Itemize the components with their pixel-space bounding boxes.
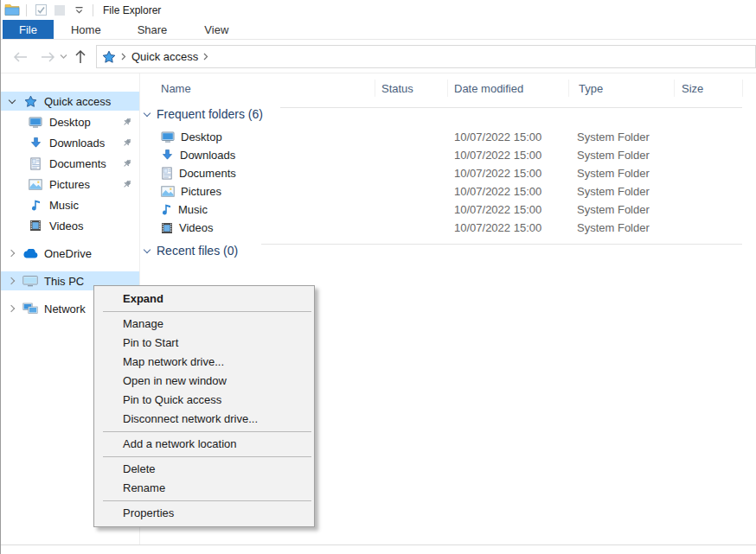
explorer-folder-icon bbox=[4, 3, 20, 18]
file-date-modified: 10/07/2022 15:00 bbox=[454, 146, 541, 164]
sidebar-item-label: Downloads bbox=[49, 137, 105, 150]
downloads-icon bbox=[27, 137, 44, 150]
file-name: Downloads bbox=[180, 149, 235, 162]
sidebar-item-music[interactable]: Music bbox=[1, 195, 139, 214]
menu-separator bbox=[103, 456, 311, 457]
address-bar[interactable]: Quick access bbox=[96, 45, 756, 68]
menu-item-pin-to-start[interactable]: Pin to Start bbox=[94, 334, 314, 353]
sidebar-item-videos[interactable]: Videos bbox=[1, 216, 139, 235]
quick-access-star-icon bbox=[102, 50, 116, 64]
column-divider[interactable] bbox=[375, 80, 375, 97]
this-pc-icon bbox=[22, 275, 39, 288]
file-row-pictures[interactable]: Pictures 10/07/2022 15:00 System Folder bbox=[140, 182, 756, 201]
file-row-documents[interactable]: Documents 10/07/2022 15:00 System Folder bbox=[140, 164, 756, 182]
desktop-icon bbox=[27, 116, 44, 129]
file-type: System Folder bbox=[577, 219, 650, 237]
column-divider[interactable] bbox=[742, 80, 743, 97]
sidebar-item-onedrive[interactable]: OneDrive bbox=[1, 244, 139, 263]
music-icon bbox=[27, 199, 44, 212]
recent-locations-dropdown-icon[interactable] bbox=[56, 40, 70, 73]
column-header-status[interactable]: Status bbox=[381, 76, 413, 100]
quick-access-star-icon bbox=[22, 95, 39, 108]
column-divider[interactable] bbox=[568, 80, 569, 97]
breadcrumb-chevron-icon[interactable] bbox=[121, 53, 126, 60]
menu-item-map-network-drive[interactable]: Map network drive... bbox=[94, 353, 314, 372]
column-header-date-modified[interactable]: Date modified bbox=[454, 76, 523, 100]
music-icon bbox=[161, 203, 172, 216]
tab-share[interactable]: Share bbox=[124, 20, 182, 39]
file-type: System Folder bbox=[577, 201, 650, 219]
file-row-videos[interactable]: Videos 10/07/2022 15:00 System Folder bbox=[140, 219, 756, 237]
sidebar-item-label: Documents bbox=[49, 157, 106, 170]
column-header-name[interactable]: Name bbox=[161, 76, 191, 100]
sidebar-item-label: Videos bbox=[49, 220, 84, 232]
column-divider[interactable] bbox=[447, 80, 448, 97]
pin-icon bbox=[122, 137, 132, 150]
menu-item-pin-to-quick-access[interactable]: Pin to Quick access bbox=[94, 391, 314, 410]
new-folder-icon[interactable] bbox=[52, 3, 67, 18]
file-type: System Folder bbox=[577, 146, 650, 164]
group-header-recent-files[interactable]: Recent files (0) bbox=[144, 244, 238, 258]
navigation-bar: Quick access bbox=[1, 40, 756, 73]
menu-separator bbox=[103, 311, 311, 312]
menu-item-delete[interactable]: Delete bbox=[94, 460, 314, 479]
menu-item-rename[interactable]: Rename bbox=[94, 479, 314, 498]
customize-qat-dropdown-icon[interactable] bbox=[71, 3, 86, 18]
network-icon bbox=[22, 302, 39, 315]
menu-item-expand[interactable]: Expand bbox=[94, 290, 314, 309]
column-header-size[interactable]: Size bbox=[682, 76, 703, 100]
sidebar-item-downloads[interactable]: Downloads bbox=[1, 133, 139, 152]
sidebar-item-label: Music bbox=[49, 199, 79, 212]
breadcrumb-segment[interactable]: Quick access bbox=[131, 50, 198, 63]
title-bar: File Explorer bbox=[1, 0, 756, 20]
file-row-music[interactable]: Music 10/07/2022 15:00 System Folder bbox=[140, 201, 756, 219]
chevron-right-icon[interactable] bbox=[8, 277, 15, 284]
up-button[interactable] bbox=[70, 40, 91, 73]
onedrive-icon bbox=[22, 249, 39, 258]
file-explorer-window: File Explorer File Home Share View Quic bbox=[0, 0, 756, 554]
menu-item-open-in-new-window[interactable]: Open in new window bbox=[94, 372, 314, 391]
file-date-modified: 10/07/2022 15:00 bbox=[454, 128, 541, 146]
menu-item-properties[interactable]: Properties bbox=[94, 504, 314, 523]
sidebar-item-label: OneDrive bbox=[44, 247, 92, 260]
column-header-type[interactable]: Type bbox=[579, 76, 603, 100]
videos-icon bbox=[27, 220, 44, 232]
pictures-icon bbox=[27, 179, 44, 190]
sidebar-item-pictures[interactable]: Pictures bbox=[1, 175, 139, 194]
forward-button[interactable] bbox=[37, 40, 58, 73]
divider bbox=[93, 4, 93, 16]
menu-item-disconnect-network-drive[interactable]: Disconnect network drive... bbox=[94, 410, 314, 429]
chevron-down-icon[interactable] bbox=[9, 96, 16, 103]
chevron-right-icon[interactable] bbox=[8, 305, 15, 312]
sidebar-item-label: Network bbox=[44, 302, 86, 315]
documents-icon bbox=[161, 167, 173, 180]
file-name: Pictures bbox=[181, 185, 221, 198]
file-date-modified: 10/07/2022 15:00 bbox=[454, 219, 541, 237]
group-header-frequent-folders[interactable]: Frequent folders (6) bbox=[144, 107, 263, 121]
breadcrumb-chevron-icon[interactable] bbox=[203, 53, 208, 60]
chevron-right-icon[interactable] bbox=[8, 250, 15, 257]
chevron-down-icon[interactable] bbox=[144, 245, 151, 252]
pin-icon bbox=[122, 117, 132, 130]
sidebar-item-quick-access[interactable]: Quick access bbox=[1, 92, 139, 111]
status-bar-edge bbox=[1, 544, 756, 545]
file-type: System Folder bbox=[577, 128, 650, 146]
sidebar-item-label: Quick access bbox=[44, 95, 111, 108]
tab-file[interactable]: File bbox=[3, 20, 54, 39]
back-button[interactable] bbox=[10, 40, 30, 73]
window-title: File Explorer bbox=[103, 4, 161, 16]
properties-icon[interactable] bbox=[33, 3, 48, 18]
tab-home[interactable]: Home bbox=[57, 20, 115, 39]
sidebar-item-desktop[interactable]: Desktop bbox=[1, 112, 139, 131]
file-row-downloads[interactable]: Downloads 10/07/2022 15:00 System Folder bbox=[140, 146, 756, 164]
column-divider[interactable] bbox=[674, 80, 675, 97]
tab-view[interactable]: View bbox=[190, 20, 242, 39]
chevron-down-icon[interactable] bbox=[144, 109, 151, 116]
file-name: Desktop bbox=[181, 131, 222, 143]
menu-item-manage[interactable]: Manage bbox=[94, 315, 314, 334]
menu-item-add-a-network-location[interactable]: Add a network location bbox=[94, 435, 314, 454]
sidebar-item-documents[interactable]: Documents bbox=[1, 154, 139, 173]
group-header-label: Frequent folders (6) bbox=[157, 107, 263, 121]
file-row-desktop[interactable]: Desktop 10/07/2022 15:00 System Folder bbox=[140, 128, 756, 146]
pictures-icon bbox=[161, 186, 175, 197]
